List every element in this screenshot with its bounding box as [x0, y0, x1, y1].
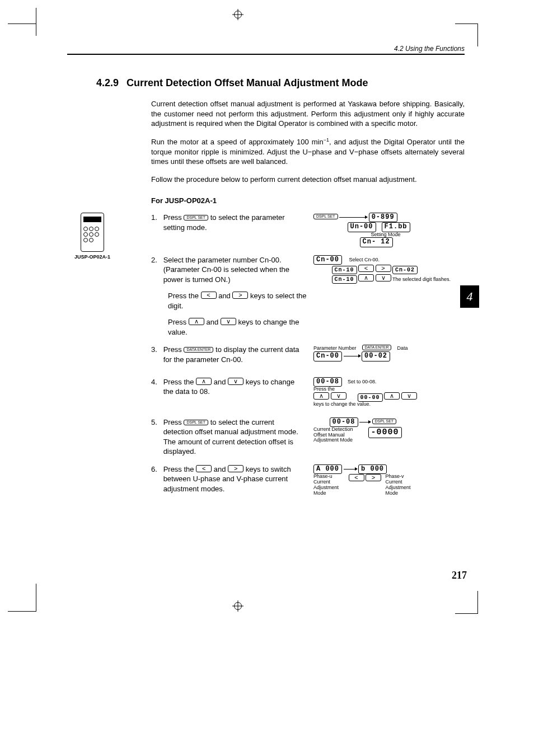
step-text: Press the ∧ and ∨ keys to change the dat… [163, 377, 303, 397]
step-text: Press DATA ENTER to display the current … [163, 345, 303, 364]
text-run: and [218, 292, 232, 300]
seven-seg-display: 00-08 [313, 377, 342, 387]
illustration: DSPL SET 0-899 Un-00 F1.bb Setting Mode … [308, 213, 465, 247]
paragraph: Follow the procedure below to perform cu… [151, 175, 465, 185]
seven-seg-display: Cn- 12 [360, 237, 393, 247]
step-number: 4. [151, 377, 161, 387]
seven-seg-display: 00-00 [358, 393, 383, 402]
left-key-icon: < [201, 292, 217, 299]
down-key-icon: ∨ [228, 378, 243, 385]
text-run: Press [168, 318, 189, 326]
illustration-label: Set to 00-08. [348, 379, 377, 384]
down-key-icon: ∨ [221, 318, 236, 325]
step-number: 6. [151, 464, 161, 475]
up-key-icon: ∧ [358, 274, 374, 281]
seven-seg-display: Cn-10 [332, 266, 357, 274]
illustration-label: The selected digit flashes. [392, 276, 451, 282]
step-row: 1. Press DSPL SET to select the paramete… [151, 213, 465, 247]
arrow-icon [339, 217, 367, 218]
seven-seg-display: A 000 [313, 464, 342, 474]
dspl-set-key-icon: DSPL SET [184, 215, 208, 220]
crop-mark [8, 24, 36, 25]
subheading: For JUSP-OP02A-1 [151, 196, 465, 205]
step-text: Press DSPL SET to select the current det… [163, 417, 303, 457]
step-text: Press the < and > keys to switch between… [163, 464, 303, 494]
text-run: Press the [163, 378, 196, 386]
seven-seg-display: 0-899 [369, 213, 397, 222]
device-figure: JUSP-OP02A-1 [70, 213, 115, 260]
step-number: 2. [151, 255, 161, 265]
illustration-label: Phase-u Current Adjustment Mode [313, 474, 347, 496]
seven-seg-display: Cn-10 [332, 275, 357, 284]
left-key-icon: < [349, 474, 364, 481]
step-number: 3. [151, 345, 161, 355]
step-row: 4. Press the ∧ and ∨ keys to change the … [151, 377, 465, 407]
page-number: 217 [452, 570, 467, 581]
text-run: and [214, 378, 228, 386]
right-key-icon: > [228, 465, 243, 472]
illustration: A 000 b 000 Phase-u Current Adjustment M… [308, 464, 465, 496]
text-run: The amount of current detection offset i… [163, 438, 293, 456]
seven-seg-display: Un-00 [348, 222, 376, 232]
arrow-icon [359, 422, 371, 422]
up-key-icon: ∧ [196, 378, 212, 385]
text-run: and [206, 318, 220, 326]
running-head: 4.2 Using the Functions [67, 45, 465, 55]
data-enter-key-icon: DATA ENTER [184, 347, 213, 353]
step-row: 6. Press the < and > keys to switch betw… [151, 464, 465, 496]
device-label: JUSP-OP02A-1 [70, 254, 115, 260]
device-icon [81, 213, 104, 252]
illustration-label: Setting Mode [371, 232, 401, 237]
seven-seg-display: 00-02 [362, 351, 390, 361]
seven-seg-display: -0000 [368, 427, 402, 439]
crop-mark [20, 584, 36, 612]
crop-mark [8, 611, 36, 612]
superscript: −1 [324, 137, 329, 143]
illustration: Parameter Number DATA ENTER Data Cn-00 0… [308, 345, 465, 361]
crop-mark [20, 8, 36, 36]
illustration: 00-08 DSPL SET Current Detection Offset … [308, 417, 465, 444]
right-key-icon: > [366, 474, 381, 481]
right-key-icon: > [376, 265, 391, 272]
illustration: Cn-00 Select Cn-00. Cn-10 < > Cn-02 Cn-1… [308, 255, 465, 284]
paragraph: Run the motor at a speed of approximatel… [151, 137, 465, 167]
seven-seg-display: 00-08 [330, 417, 358, 427]
up-key-icon: ∧ [313, 392, 329, 400]
step-text: Select the parameter number Cn-00. (Para… [163, 255, 303, 285]
illustration-label: Data [397, 345, 407, 351]
paragraph: Current detection offset manual adjustme… [151, 99, 465, 129]
text-run: Press [163, 418, 184, 426]
sub-step: Press the < and > keys to select the dig… [168, 291, 308, 311]
text-run: Press [163, 213, 184, 222]
seven-seg-display: Cn-02 [392, 266, 418, 274]
text-run: and [214, 465, 228, 473]
step-row: 2. Select the parameter number Cn-00. (P… [151, 255, 465, 285]
step-number: 1. [151, 213, 161, 223]
step-row: 5. Press DSPL SET to select the current … [151, 417, 465, 457]
illustration-label: Parameter Number [313, 345, 357, 351]
down-key-icon: ∨ [401, 392, 417, 400]
right-key-icon: > [232, 292, 248, 299]
up-key-icon: ∧ [384, 392, 400, 400]
left-key-icon: < [358, 265, 374, 272]
step-row: 3. Press DATA ENTER to display the curre… [151, 345, 465, 364]
seven-seg-display: Cn-00 [313, 351, 342, 361]
section-title-text: Current Detection Offset Manual Adjustme… [127, 77, 368, 88]
seven-seg-display: b 000 [358, 464, 387, 474]
illustration: 00-08 Set to 00-08. Press the ∧ ∨ 00-00 … [308, 377, 465, 407]
text-run: Run the motor at a speed of approximatel… [151, 138, 324, 146]
illustration-label: Phase-v Current Adjustment Mode [386, 474, 419, 496]
register-mark-bottom [232, 600, 243, 612]
illustration-label: keys to change the value. [313, 401, 371, 407]
section-number: 4.2.9 [96, 77, 119, 88]
dspl-set-key-icon: DSPL SET [313, 214, 338, 219]
step-number: 5. [151, 417, 161, 428]
data-enter-key-icon: DATA ENTER [362, 345, 392, 350]
illustration-label: Current Detection Offset Manual Adjustme… [313, 427, 367, 444]
arrow-icon [344, 469, 357, 469]
down-key-icon: ∨ [376, 274, 391, 281]
illustration-label: Press the [313, 386, 335, 392]
page-content: 4.2 Using the Functions 4.2.9Current Det… [67, 39, 465, 496]
down-key-icon: ∨ [331, 392, 346, 400]
step-text: Press DSPL SET to select the parameter s… [163, 213, 303, 232]
